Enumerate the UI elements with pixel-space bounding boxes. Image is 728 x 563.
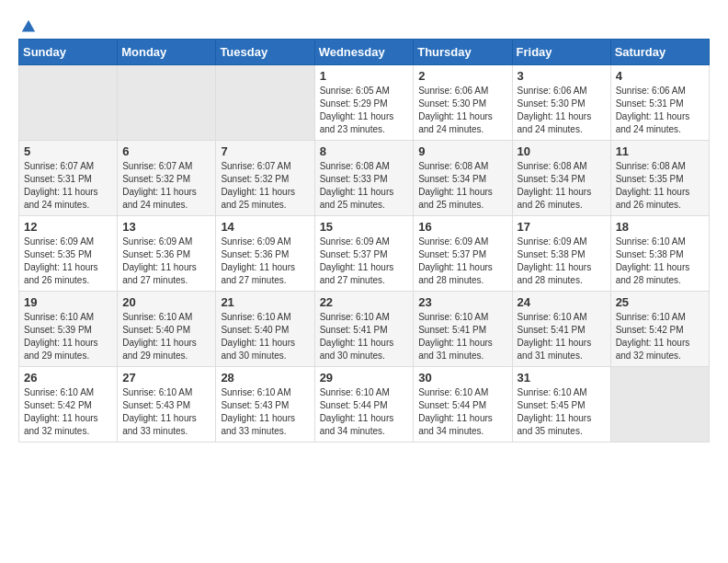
day-number: 15 — [320, 220, 409, 234]
calendar-cell: 23Sunrise: 6:10 AM Sunset: 5:41 PM Dayli… — [414, 292, 512, 367]
day-number: 9 — [418, 144, 506, 158]
day-number: 22 — [320, 295, 409, 309]
calendar-cell: 4Sunrise: 6:06 AM Sunset: 5:31 PM Daylig… — [610, 65, 709, 141]
day-number: 30 — [418, 371, 506, 385]
day-number: 7 — [221, 144, 309, 158]
day-number: 6 — [122, 144, 210, 158]
calendar-cell: 10Sunrise: 6:08 AM Sunset: 5:34 PM Dayli… — [512, 141, 610, 216]
calendar-cell: 11Sunrise: 6:08 AM Sunset: 5:35 PM Dayli… — [610, 141, 709, 216]
calendar-week-row: 19Sunrise: 6:10 AM Sunset: 5:39 PM Dayli… — [19, 292, 710, 367]
day-number: 29 — [320, 371, 409, 385]
calendar-cell: 5Sunrise: 6:07 AM Sunset: 5:31 PM Daylig… — [19, 141, 118, 216]
day-info: Sunrise: 6:06 AM Sunset: 5:31 PM Dayligh… — [616, 85, 704, 136]
calendar-cell: 6Sunrise: 6:07 AM Sunset: 5:32 PM Daylig… — [118, 141, 216, 216]
day-number: 11 — [616, 144, 704, 158]
calendar-cell: 18Sunrise: 6:10 AM Sunset: 5:38 PM Dayli… — [610, 216, 709, 292]
day-number: 21 — [221, 295, 309, 309]
calendar-cell — [118, 65, 216, 141]
day-of-week-header: Tuesday — [216, 40, 314, 65]
day-number: 13 — [122, 220, 210, 234]
calendar-cell — [610, 367, 709, 442]
day-number: 16 — [418, 220, 506, 234]
calendar-week-row: 1Sunrise: 6:05 AM Sunset: 5:29 PM Daylig… — [19, 65, 710, 141]
calendar-cell: 20Sunrise: 6:10 AM Sunset: 5:40 PM Dayli… — [118, 292, 216, 367]
day-number: 26 — [24, 371, 112, 385]
day-info: Sunrise: 6:09 AM Sunset: 5:37 PM Dayligh… — [418, 236, 506, 287]
day-info: Sunrise: 6:06 AM Sunset: 5:30 PM Dayligh… — [418, 85, 506, 136]
day-number: 28 — [221, 371, 309, 385]
day-number: 19 — [24, 295, 112, 309]
calendar-cell: 16Sunrise: 6:09 AM Sunset: 5:37 PM Dayli… — [414, 216, 512, 292]
day-info: Sunrise: 6:08 AM Sunset: 5:34 PM Dayligh… — [418, 160, 506, 212]
day-number: 23 — [418, 295, 506, 309]
day-info: Sunrise: 6:09 AM Sunset: 5:35 PM Dayligh… — [24, 236, 112, 287]
calendar-week-row: 26Sunrise: 6:10 AM Sunset: 5:42 PM Dayli… — [19, 367, 710, 442]
day-info: Sunrise: 6:10 AM Sunset: 5:44 PM Dayligh… — [320, 386, 409, 438]
day-info: Sunrise: 6:07 AM Sunset: 5:32 PM Dayligh… — [221, 160, 309, 212]
day-info: Sunrise: 6:09 AM Sunset: 5:37 PM Dayligh… — [320, 236, 409, 287]
day-info: Sunrise: 6:10 AM Sunset: 5:39 PM Dayligh… — [24, 311, 112, 362]
day-info: Sunrise: 6:10 AM Sunset: 5:40 PM Dayligh… — [122, 311, 210, 362]
day-of-week-header: Thursday — [414, 40, 512, 65]
logo-icon — [20, 18, 37, 35]
day-info: Sunrise: 6:09 AM Sunset: 5:36 PM Dayligh… — [221, 236, 309, 287]
day-number: 3 — [518, 69, 606, 83]
calendar-cell: 3Sunrise: 6:06 AM Sunset: 5:30 PM Daylig… — [512, 65, 610, 141]
day-info: Sunrise: 6:10 AM Sunset: 5:45 PM Dayligh… — [518, 386, 606, 438]
day-number: 4 — [616, 69, 704, 83]
day-number: 31 — [518, 371, 606, 385]
day-info: Sunrise: 6:10 AM Sunset: 5:43 PM Dayligh… — [122, 386, 210, 438]
day-info: Sunrise: 6:10 AM Sunset: 5:41 PM Dayligh… — [418, 311, 506, 362]
calendar-cell: 31Sunrise: 6:10 AM Sunset: 5:45 PM Dayli… — [512, 367, 610, 442]
calendar-cell: 9Sunrise: 6:08 AM Sunset: 5:34 PM Daylig… — [414, 141, 512, 216]
day-number: 10 — [518, 144, 606, 158]
calendar-cell: 27Sunrise: 6:10 AM Sunset: 5:43 PM Dayli… — [118, 367, 216, 442]
day-info: Sunrise: 6:10 AM Sunset: 5:38 PM Dayligh… — [616, 236, 704, 287]
day-number: 17 — [518, 220, 606, 234]
day-number: 1 — [320, 69, 409, 83]
day-number: 14 — [221, 220, 309, 234]
day-info: Sunrise: 6:10 AM Sunset: 5:41 PM Dayligh… — [320, 311, 409, 362]
day-info: Sunrise: 6:05 AM Sunset: 5:29 PM Dayligh… — [320, 85, 409, 136]
calendar-cell: 22Sunrise: 6:10 AM Sunset: 5:41 PM Dayli… — [314, 292, 414, 367]
day-info: Sunrise: 6:10 AM Sunset: 5:40 PM Dayligh… — [221, 311, 309, 362]
day-of-week-header: Friday — [512, 40, 610, 65]
calendar-cell: 30Sunrise: 6:10 AM Sunset: 5:44 PM Dayli… — [414, 367, 512, 442]
day-number: 18 — [616, 220, 704, 234]
calendar-cell: 26Sunrise: 6:10 AM Sunset: 5:42 PM Dayli… — [19, 367, 118, 442]
day-info: Sunrise: 6:10 AM Sunset: 5:42 PM Dayligh… — [616, 311, 704, 362]
calendar-cell: 25Sunrise: 6:10 AM Sunset: 5:42 PM Dayli… — [610, 292, 709, 367]
day-number: 27 — [122, 371, 210, 385]
day-of-week-header: Wednesday — [314, 40, 414, 65]
calendar-table: SundayMondayTuesdayWednesdayThursdayFrid… — [18, 39, 710, 442]
calendar-cell: 29Sunrise: 6:10 AM Sunset: 5:44 PM Dayli… — [314, 367, 414, 442]
day-info: Sunrise: 6:10 AM Sunset: 5:42 PM Dayligh… — [24, 386, 112, 438]
calendar-cell: 21Sunrise: 6:10 AM Sunset: 5:40 PM Dayli… — [216, 292, 314, 367]
day-number: 5 — [24, 144, 112, 158]
calendar-cell: 17Sunrise: 6:09 AM Sunset: 5:38 PM Dayli… — [512, 216, 610, 292]
calendar-cell: 13Sunrise: 6:09 AM Sunset: 5:36 PM Dayli… — [118, 216, 216, 292]
calendar-week-row: 5Sunrise: 6:07 AM Sunset: 5:31 PM Daylig… — [19, 141, 710, 216]
day-info: Sunrise: 6:10 AM Sunset: 5:41 PM Dayligh… — [518, 311, 606, 362]
day-info: Sunrise: 6:10 AM Sunset: 5:44 PM Dayligh… — [418, 386, 506, 438]
calendar-cell: 8Sunrise: 6:08 AM Sunset: 5:33 PM Daylig… — [314, 141, 414, 216]
calendar-cell: 2Sunrise: 6:06 AM Sunset: 5:30 PM Daylig… — [414, 65, 512, 141]
day-info: Sunrise: 6:07 AM Sunset: 5:32 PM Dayligh… — [122, 160, 210, 212]
day-info: Sunrise: 6:08 AM Sunset: 5:33 PM Dayligh… — [320, 160, 409, 212]
calendar-cell: 1Sunrise: 6:05 AM Sunset: 5:29 PM Daylig… — [314, 65, 414, 141]
logo — [18, 18, 37, 29]
day-number: 2 — [418, 69, 506, 83]
day-info: Sunrise: 6:07 AM Sunset: 5:31 PM Dayligh… — [24, 160, 112, 212]
day-info: Sunrise: 6:09 AM Sunset: 5:38 PM Dayligh… — [518, 236, 606, 287]
calendar-week-row: 12Sunrise: 6:09 AM Sunset: 5:35 PM Dayli… — [19, 216, 710, 292]
day-info: Sunrise: 6:06 AM Sunset: 5:30 PM Dayligh… — [518, 85, 606, 136]
day-info: Sunrise: 6:09 AM Sunset: 5:36 PM Dayligh… — [122, 236, 210, 287]
svg-marker-0 — [22, 20, 35, 32]
calendar-header-row: SundayMondayTuesdayWednesdayThursdayFrid… — [19, 40, 710, 65]
day-info: Sunrise: 6:08 AM Sunset: 5:35 PM Dayligh… — [616, 160, 704, 212]
calendar-cell — [19, 65, 118, 141]
day-info: Sunrise: 6:10 AM Sunset: 5:43 PM Dayligh… — [221, 386, 309, 438]
day-number: 24 — [518, 295, 606, 309]
day-of-week-header: Sunday — [19, 40, 118, 65]
calendar-cell: 12Sunrise: 6:09 AM Sunset: 5:35 PM Dayli… — [19, 216, 118, 292]
